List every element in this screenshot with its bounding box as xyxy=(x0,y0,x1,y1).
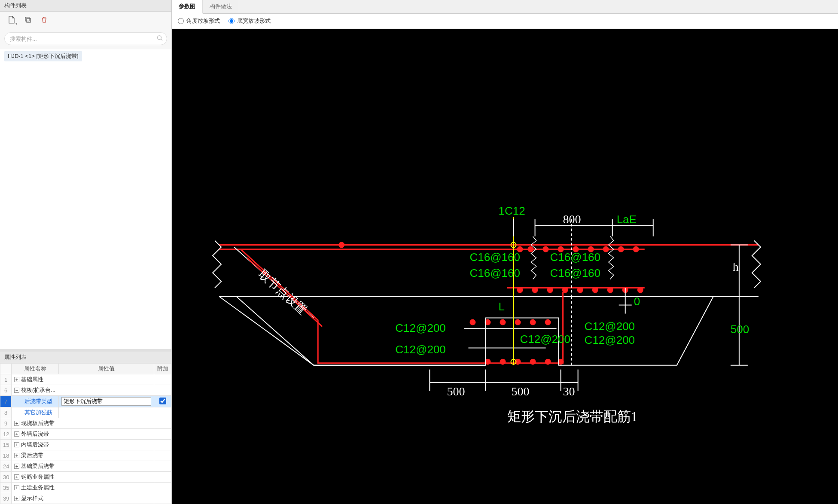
label-c12-1: C12@200 xyxy=(395,322,445,334)
svg-rect-1 xyxy=(27,18,30,22)
component-toolbar xyxy=(0,12,171,30)
prop-row-pour-type[interactable]: 7 后浇带类型 xyxy=(0,396,171,407)
label-c16-left-2: C16@160 xyxy=(469,267,520,279)
svg-point-14 xyxy=(603,246,609,252)
label-L: L xyxy=(498,300,504,313)
label-c16-left-1: C16@160 xyxy=(469,251,520,264)
properties-table-wrap: 属性名称 属性值 附加 1 +基础属性 6 −筏板(桩承台... xyxy=(0,363,171,504)
svg-point-36 xyxy=(530,359,536,365)
left-panel: 构件列表 xyxy=(0,0,172,504)
label-30: 30 xyxy=(563,385,575,398)
prop-row-ext-wall[interactable]: 12 +外墙后浇带 xyxy=(0,429,171,440)
label-c12-2: C12@200 xyxy=(395,343,445,356)
slope-options: 角度放坡形式 底宽放坡形式 xyxy=(172,14,838,29)
prop-row-basic[interactable]: 1 +基础属性 xyxy=(0,374,171,385)
label-node-settings: 取节点设置 xyxy=(256,267,310,317)
radio-angle-slope-input[interactable] xyxy=(178,18,184,24)
prop-row-display[interactable]: 39 +显示样式 xyxy=(0,493,171,504)
label-c12-3: C12@200 xyxy=(520,333,570,346)
diagram-title: 矩形下沉后浇带配筋1 xyxy=(507,409,638,424)
svg-point-30 xyxy=(515,319,521,325)
radio-width-slope-input[interactable] xyxy=(229,18,235,24)
expand-icon[interactable]: + xyxy=(14,464,19,469)
expand-icon[interactable]: + xyxy=(14,496,19,501)
svg-point-31 xyxy=(530,319,536,325)
prop-row-beam[interactable]: 18 +梁后浇带 xyxy=(0,450,171,461)
label-1c12: 1C12 xyxy=(498,204,525,217)
label-c12-4: C12@200 xyxy=(585,320,635,333)
col-value-header: 属性值 xyxy=(59,364,154,374)
extra-checkbox[interactable] xyxy=(159,398,166,404)
svg-point-37 xyxy=(545,359,551,365)
pour-type-input[interactable] xyxy=(61,397,151,406)
expand-icon[interactable]: + xyxy=(14,377,19,382)
radio-angle-slope[interactable]: 角度放坡形式 xyxy=(178,17,220,25)
radio-width-slope[interactable]: 底宽放坡形式 xyxy=(229,17,271,25)
expand-icon[interactable]: + xyxy=(14,442,19,447)
label-zero: 0 xyxy=(634,295,640,308)
tabs: 参数图 构件做法 xyxy=(172,0,838,14)
search-input[interactable] xyxy=(4,32,167,45)
diagram-svg: 1C12 800 LaE C16@160 C16@160 C16@160 C16… xyxy=(172,29,838,504)
label-500c: 500 xyxy=(731,323,749,336)
label-c16-right-1: C16@160 xyxy=(550,251,600,264)
prop-row-found-beam[interactable]: 24 +基础梁后浇带 xyxy=(0,461,171,472)
tab-param-diagram[interactable]: 参数图 xyxy=(172,0,203,14)
component-list-header: 构件列表 xyxy=(0,0,171,12)
expand-icon[interactable]: + xyxy=(14,421,19,426)
collapse-icon[interactable]: − xyxy=(14,388,19,393)
svg-point-32 xyxy=(545,319,551,325)
copy-icon xyxy=(24,16,31,25)
new-file-icon xyxy=(8,16,15,25)
prop-row-other-rebar[interactable]: 8 其它加强筋 xyxy=(0,407,171,418)
label-500b: 500 xyxy=(512,385,530,398)
delete-component-button[interactable] xyxy=(37,14,52,27)
svg-rect-0 xyxy=(25,17,29,21)
label-500a: 500 xyxy=(447,385,465,398)
diagram-canvas[interactable]: 1C12 800 LaE C16@160 C16@160 C16@160 C16… xyxy=(172,29,838,504)
copy-component-button[interactable] xyxy=(21,14,35,27)
prop-row-int-wall[interactable]: 15 +内墙后浇带 xyxy=(0,440,171,450)
svg-point-29 xyxy=(500,319,506,325)
col-extra-header: 附加 xyxy=(154,364,171,374)
col-index-header xyxy=(0,364,12,374)
properties-table: 属性名称 属性值 附加 1 +基础属性 6 −筏板(桩承台... xyxy=(0,363,171,504)
expand-icon[interactable]: + xyxy=(14,474,19,480)
component-search xyxy=(4,32,167,45)
prop-row-rebar-biz[interactable]: 30 +钢筋业务属性 xyxy=(0,472,171,483)
col-name-header: 属性名称 xyxy=(12,364,59,374)
svg-point-16 xyxy=(633,246,639,252)
expand-icon[interactable]: + xyxy=(14,431,19,437)
properties-header: 属性列表 xyxy=(0,352,171,363)
svg-point-27 xyxy=(469,319,475,325)
svg-point-9 xyxy=(528,246,534,252)
tab-component-method[interactable]: 构件做法 xyxy=(203,0,239,13)
svg-point-15 xyxy=(618,246,624,252)
new-component-button[interactable] xyxy=(4,14,19,27)
label-c12-5: C12@200 xyxy=(585,334,635,346)
label-c16-right-2: C16@160 xyxy=(550,267,600,279)
svg-point-7 xyxy=(338,242,344,248)
expand-icon[interactable]: + xyxy=(14,485,19,490)
prop-row-civil-biz[interactable]: 35 +土建业务属性 xyxy=(0,483,171,493)
right-panel: 参数图 构件做法 角度放坡形式 底宽放坡形式 xyxy=(172,0,838,504)
svg-point-34 xyxy=(500,359,506,365)
label-800: 800 xyxy=(563,213,581,226)
expand-icon[interactable]: + xyxy=(14,453,19,458)
label-lae: LaE xyxy=(617,213,637,226)
svg-point-10 xyxy=(543,246,549,252)
prop-row-cast-slab[interactable]: 9 +现浇板后浇带 xyxy=(0,418,171,429)
component-list: HJD-1 <1> [矩形下沉后浇带] xyxy=(0,49,171,349)
label-h: h xyxy=(733,260,739,273)
prop-row-raft[interactable]: 6 −筏板(桩承台... xyxy=(0,385,171,396)
component-item[interactable]: HJD-1 <1> [矩形下沉后浇带] xyxy=(4,51,82,61)
trash-icon xyxy=(41,16,47,25)
